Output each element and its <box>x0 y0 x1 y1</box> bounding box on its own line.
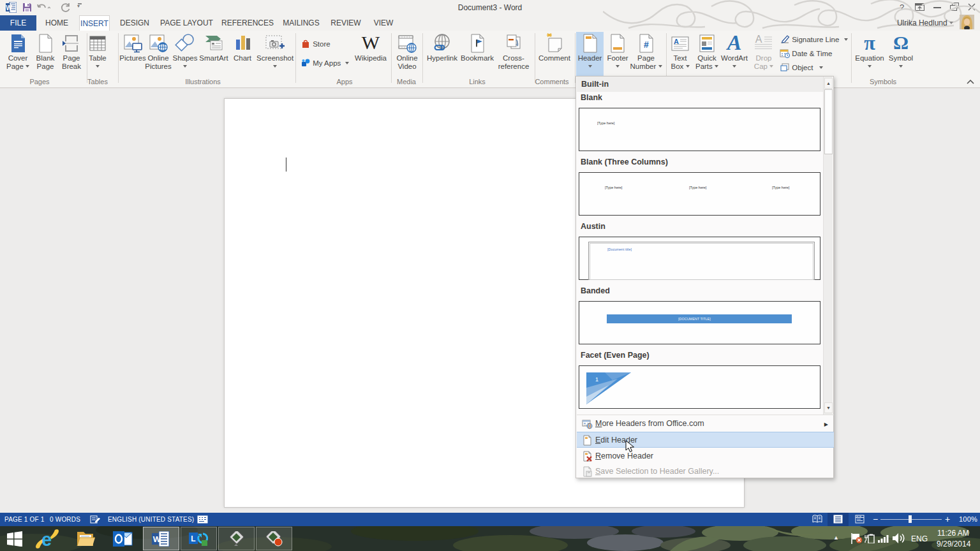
svg-text:e: e <box>41 529 52 548</box>
svg-text:1: 1 <box>595 376 598 383</box>
svg-text:W: W <box>153 534 161 544</box>
svg-text:L: L <box>191 534 195 543</box>
svg-text:A: A <box>755 34 762 45</box>
svg-text:W: W <box>6 4 12 11</box>
svg-text:#: # <box>644 40 649 50</box>
